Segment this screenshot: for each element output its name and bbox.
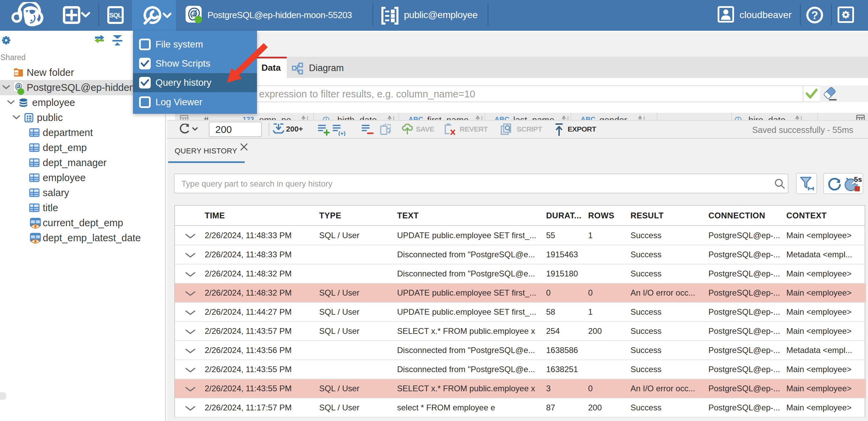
svg-text:5s: 5s — [854, 175, 862, 183]
svg-text:(+): (+) — [338, 130, 345, 136]
svg-text:?: ? — [811, 9, 818, 22]
svg-text:SQL: SQL — [109, 12, 122, 19]
